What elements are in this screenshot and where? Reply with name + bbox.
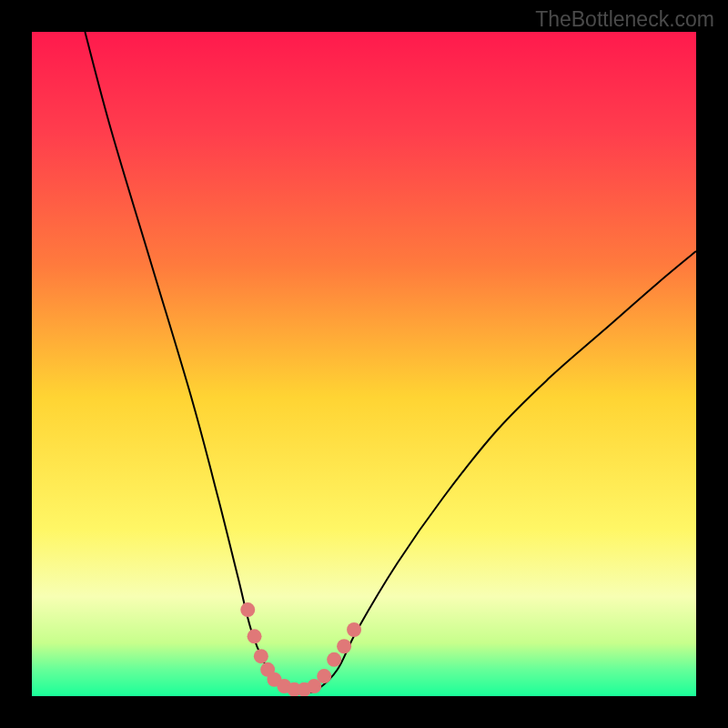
highlight-dot [347, 622, 361, 637]
gradient-background [32, 32, 696, 696]
highlight-dot [248, 629, 262, 643]
highlight-dot [337, 639, 351, 653]
highlight-dot [327, 652, 341, 667]
highlight-dot [317, 669, 331, 683]
bottleneck-chart [32, 32, 696, 696]
highlight-dot [240, 602, 255, 617]
highlight-dot [254, 649, 268, 663]
chart-svg [32, 32, 696, 696]
watermark-text: TheBottleneck.com [535, 7, 714, 32]
